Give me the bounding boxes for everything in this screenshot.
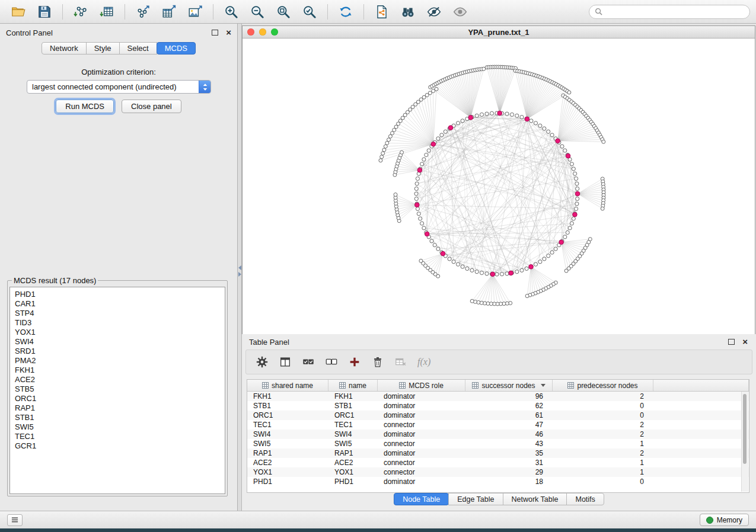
toolbar-separator xyxy=(125,4,125,20)
tab-motifs[interactable]: Motifs xyxy=(566,493,604,505)
search-input[interactable] xyxy=(606,7,744,17)
mcds-result-item[interactable]: ORC1 xyxy=(15,394,225,403)
hide-details-button[interactable] xyxy=(422,2,446,22)
close-table-panel-icon[interactable]: × xyxy=(742,339,748,345)
tab-network[interactable]: Network xyxy=(42,42,87,55)
cell-predecessor-nodes: 2 xyxy=(553,392,653,400)
float-panel-icon[interactable] xyxy=(212,30,218,36)
sort-chevron-icon[interactable] xyxy=(541,384,546,387)
zoom-in-button[interactable] xyxy=(219,2,244,22)
panel-splitter[interactable] xyxy=(238,24,242,511)
table-row[interactable]: ACE2 ACE2 connector 31 1 xyxy=(247,458,749,467)
mcds-result-item[interactable]: SWI4 xyxy=(15,337,225,347)
table-row[interactable]: FKH1 FKH1 dominator 96 2 xyxy=(247,392,749,401)
splitter-collapse-icons[interactable] xyxy=(238,265,242,277)
optimization-criterion-select[interactable]: largest connected component (undirected) xyxy=(27,80,211,94)
mcds-result-item[interactable]: PHD1 xyxy=(15,290,225,299)
tab-node-table[interactable]: Node Table xyxy=(394,493,449,505)
table-scrollbar[interactable] xyxy=(741,392,748,492)
table-row[interactable]: RAP1 RAP1 dominator 35 2 xyxy=(247,448,749,458)
zoom-selected-button[interactable] xyxy=(297,2,322,22)
zoom-in-icon xyxy=(224,4,239,20)
table-row[interactable]: STB1 STB1 dominator 62 0 xyxy=(247,401,749,411)
column-header-shared-name[interactable]: shared name xyxy=(247,380,328,391)
close-panel-button[interactable]: Close panel xyxy=(122,100,181,113)
maximize-window-icon[interactable] xyxy=(271,28,278,36)
table-row[interactable]: PHD1 PHD1 dominator 18 0 xyxy=(247,477,749,486)
mcds-result-item[interactable]: STB1 xyxy=(15,413,225,422)
find-button[interactable] xyxy=(395,2,420,22)
mcds-result-item[interactable]: CAR1 xyxy=(15,299,225,309)
open-button[interactable] xyxy=(6,2,31,22)
create-column-button[interactable] xyxy=(348,355,361,368)
control-panel-tabs: Network Style Select MCDS xyxy=(0,42,237,55)
column-header-successor-nodes[interactable]: successor nodes xyxy=(465,380,553,391)
table-row[interactable]: SWI5 SWI5 connector 43 1 xyxy=(247,439,749,448)
network-graph[interactable] xyxy=(243,39,755,334)
import-table-button[interactable] xyxy=(94,2,119,22)
table-settings-button[interactable] xyxy=(256,355,269,368)
delete-table-button-disabled[interactable] xyxy=(394,355,407,368)
network-canvas[interactable] xyxy=(243,39,755,334)
mcds-result-item[interactable]: YOX1 xyxy=(15,328,225,337)
zoom-out-button[interactable] xyxy=(245,2,270,22)
collapse-left-icon[interactable] xyxy=(238,265,241,270)
mcds-result-item[interactable]: FKH1 xyxy=(15,366,225,375)
mcds-result-list[interactable]: PHD1 CAR1 STP4 TID3 YOX1 SWI4 SRD1 PMA2 … xyxy=(9,287,225,494)
cell-predecessor-nodes: 0 xyxy=(553,477,653,486)
plus-icon xyxy=(348,355,361,368)
mcds-result-item[interactable]: PMA2 xyxy=(15,356,225,366)
refresh-layout-button[interactable] xyxy=(333,2,358,22)
binoculars-icon xyxy=(400,4,416,20)
table-row[interactable]: SWI4 SWI4 dominator 46 2 xyxy=(247,430,749,439)
share-document-button[interactable] xyxy=(369,2,394,22)
mcds-result-item[interactable]: RAP1 xyxy=(15,403,225,413)
show-panel-list-button[interactable] xyxy=(7,514,23,526)
delete-column-button[interactable] xyxy=(371,355,384,368)
tab-select[interactable]: Select xyxy=(119,42,157,55)
mcds-result-item[interactable]: GCR1 xyxy=(15,441,225,451)
column-header-name[interactable]: name xyxy=(328,380,378,391)
table-row[interactable]: YOX1 YOX1 connector 29 1 xyxy=(247,467,749,477)
cell-mcds-role: connector xyxy=(378,468,465,476)
table-row[interactable]: TEC1 TEC1 connector 47 2 xyxy=(247,420,749,430)
select-all-rows-button[interactable] xyxy=(302,355,315,368)
mcds-result-item[interactable]: TID3 xyxy=(15,318,225,328)
close-window-icon[interactable] xyxy=(247,28,254,36)
export-table-button[interactable] xyxy=(157,2,181,22)
show-columns-button[interactable] xyxy=(279,355,292,368)
collapse-right-icon[interactable] xyxy=(238,272,241,277)
optimization-criterion-label: Optimization criterion: xyxy=(0,68,237,76)
column-header-mcds-role[interactable]: MCDS role xyxy=(378,380,465,391)
table-scrollbar-thumb[interactable] xyxy=(743,394,747,464)
show-details-button[interactable] xyxy=(448,2,473,22)
mcds-result-item[interactable]: SWI5 xyxy=(15,422,225,432)
tab-mcds[interactable]: MCDS xyxy=(157,42,196,55)
export-image-button[interactable] xyxy=(183,2,208,22)
zoom-fit-icon xyxy=(276,4,291,20)
float-table-panel-icon[interactable] xyxy=(728,339,735,345)
zoom-fit-button[interactable] xyxy=(271,2,296,22)
memory-button[interactable]: Memory xyxy=(700,514,749,526)
mcds-result-item[interactable]: STP4 xyxy=(15,309,225,318)
cell-predecessor-nodes: 2 xyxy=(553,449,653,457)
tab-edge-table[interactable]: Edge Table xyxy=(448,493,503,505)
mcds-result-item[interactable]: ACE2 xyxy=(15,375,225,384)
close-panel-icon[interactable]: × xyxy=(226,30,231,36)
minimize-window-icon[interactable] xyxy=(259,28,266,36)
zoom-out-icon xyxy=(250,4,265,20)
tab-style[interactable]: Style xyxy=(86,42,120,55)
export-network-button[interactable] xyxy=(130,2,155,22)
deselect-all-rows-button[interactable] xyxy=(325,355,338,368)
function-builder-button[interactable]: f(x) xyxy=(417,357,430,367)
run-mcds-button[interactable]: Run MCDS xyxy=(56,100,114,113)
mcds-result-item[interactable]: SRD1 xyxy=(15,347,225,356)
column-header-predecessor-nodes[interactable]: predecessor nodes xyxy=(553,380,653,391)
mcds-result-item[interactable]: TEC1 xyxy=(15,432,225,441)
mcds-result-item[interactable]: STB5 xyxy=(15,384,225,394)
network-window-titlebar[interactable]: YPA_prune.txt_1 xyxy=(243,26,755,39)
table-row[interactable]: ORC1 ORC1 dominator 61 0 xyxy=(247,411,749,420)
tab-network-table[interactable]: Network Table xyxy=(503,493,567,505)
save-button[interactable] xyxy=(32,2,57,22)
import-network-button[interactable] xyxy=(68,2,93,22)
